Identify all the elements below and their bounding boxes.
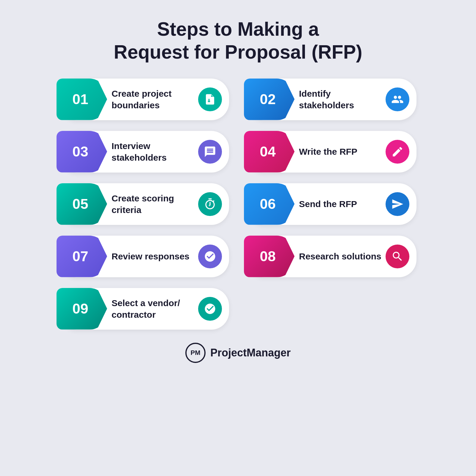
step-label-01: Create project boundaries (112, 88, 198, 111)
edit-icon (391, 145, 404, 158)
step-label-08: Research solutions (299, 250, 386, 262)
step-label-04: Write the RFP (299, 146, 386, 157)
step-label-03: Interview stakeholders (112, 140, 198, 163)
step-badge-08: 08 (244, 236, 295, 277)
step-badge-05: 05 (57, 183, 107, 225)
step-card-03: 03 Interview stakeholders (60, 131, 229, 173)
step-icon-06 (386, 192, 409, 216)
send-icon (391, 198, 404, 210)
step-number-08: 08 (260, 248, 275, 264)
step-card-08: 08 Research solutions (247, 236, 416, 277)
step-icon-04 (386, 140, 409, 164)
step-number-01: 01 (72, 91, 88, 107)
step-number-05: 05 (72, 196, 88, 212)
step-icon-02 (386, 87, 409, 111)
step-card-06: 06 Send the RFP (247, 183, 416, 225)
step-card-09: 09 Select a vendor/ contractor (60, 288, 229, 330)
step-number-04: 04 (260, 143, 275, 160)
step-icon-05: + (198, 192, 222, 216)
logo-pm-badge: PM (185, 343, 206, 363)
step-label-02: Identify stakeholders (299, 88, 386, 111)
step-label-09: Select a vendor/ contractor (112, 297, 198, 320)
step-number-02: 02 (260, 91, 275, 107)
step-badge-06: 06 (244, 183, 295, 225)
chat-icon (204, 145, 216, 158)
step-badge-04: 04 (244, 131, 295, 173)
step-label-05: Create scoring criteria (112, 192, 198, 216)
step-number-09: 09 (72, 300, 88, 317)
timer-icon: + (204, 198, 216, 210)
step-icon-09 (198, 297, 222, 321)
step-label-07: Review responses (112, 250, 198, 262)
step-card-04: 04 Write the RFP (247, 131, 416, 173)
check-circle-icon (204, 250, 216, 263)
step-number-03: 03 (72, 143, 88, 160)
step-icon-03 (198, 140, 222, 164)
step-badge-07: 07 (57, 236, 107, 277)
step-icon-08 (386, 245, 409, 268)
step-card-01: 01 Create project boundaries (60, 79, 229, 120)
step-label-06: Send the RFP (299, 198, 386, 210)
step-badge-01: 01 (57, 79, 107, 120)
step-number-07: 07 (72, 248, 88, 264)
page-title: Steps to Making a Request for Proposal (… (114, 18, 362, 64)
step-icon-01 (198, 87, 222, 111)
step-number-06: 06 (260, 196, 275, 212)
logo-text: ProjectManager (210, 347, 291, 359)
users-icon (391, 93, 404, 106)
search-icon (391, 250, 404, 263)
step-card-02: 02 Identify stakeholders (247, 79, 416, 120)
steps-grid: 01 Create project boundaries 02 Identify… (60, 79, 416, 330)
check-circle-2-icon (204, 303, 216, 315)
step-card-05: 05 Create scoring criteria + (60, 183, 229, 225)
step-badge-02: 02 (244, 79, 295, 120)
step-icon-07 (198, 245, 222, 268)
step-badge-03: 03 (57, 131, 107, 173)
logo-area: PM ProjectManager (185, 343, 291, 363)
step-card-07: 07 Review responses (60, 236, 229, 277)
document-download-icon (204, 93, 216, 106)
step-badge-09: 09 (57, 288, 107, 330)
svg-text:+: + (209, 203, 211, 207)
